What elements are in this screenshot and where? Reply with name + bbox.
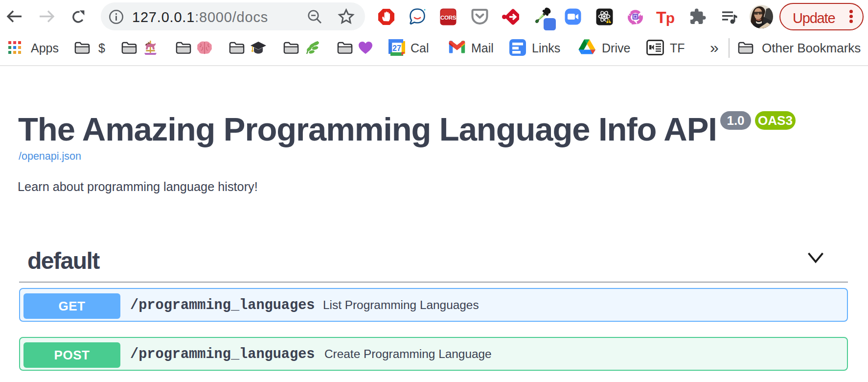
svg-text:27: 27 — [392, 44, 401, 52]
svg-text:CORS: CORS — [440, 15, 457, 21]
